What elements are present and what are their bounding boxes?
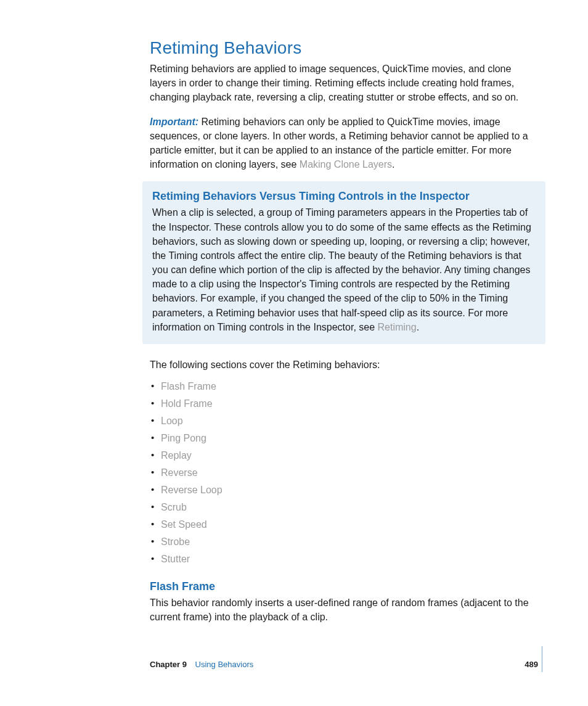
list-item: Ping Pong <box>150 430 538 447</box>
important-label: Important: <box>150 117 198 127</box>
important-paragraph: Important: Retiming behaviors can only b… <box>150 115 538 172</box>
list-item: Reverse <box>150 464 538 482</box>
link-loop[interactable]: Loop <box>161 416 183 426</box>
list-item: Scrub <box>150 499 538 516</box>
page: Retiming Behaviors Retiming behaviors ar… <box>0 0 588 706</box>
link-retiming[interactable]: Retiming <box>378 322 417 332</box>
link-reverse-loop[interactable]: Reverse Loop <box>161 485 223 495</box>
behaviors-list: Flash Frame Hold Frame Loop Ping Pong Re… <box>150 378 538 568</box>
link-ping-pong[interactable]: Ping Pong <box>161 433 206 443</box>
list-item: Flash Frame <box>150 378 538 395</box>
link-making-clone-layers[interactable]: Making Clone Layers <box>300 159 392 170</box>
link-strobe[interactable]: Strobe <box>161 536 190 547</box>
important-text-2: . <box>392 159 394 170</box>
list-item: Stutter <box>150 551 538 568</box>
link-scrub[interactable]: Scrub <box>161 502 187 512</box>
list-item: Replay <box>150 447 538 464</box>
link-set-speed[interactable]: Set Speed <box>161 519 207 530</box>
page-footer: Chapter 9 Using Behaviors 489 <box>150 660 538 669</box>
list-intro: The following sections cover the Retimin… <box>150 358 538 372</box>
footer-left: Chapter 9 Using Behaviors <box>150 660 253 669</box>
link-flash-frame[interactable]: Flash Frame <box>161 381 216 392</box>
list-item: Set Speed <box>150 516 538 533</box>
subsection-title: Flash Frame <box>150 580 538 593</box>
callout-body: When a clip is selected, a group of Timi… <box>152 205 536 334</box>
link-hold-frame[interactable]: Hold Frame <box>161 398 213 409</box>
link-reverse[interactable]: Reverse <box>161 467 198 478</box>
footer-rule <box>542 646 542 672</box>
link-stutter[interactable]: Stutter <box>161 554 190 564</box>
callout-text-2: . <box>417 322 419 332</box>
intro-paragraph: Retiming behaviors are applied to image … <box>150 62 538 105</box>
link-replay[interactable]: Replay <box>161 450 192 461</box>
subsection-body: This behavior randomly inserts a user-de… <box>150 596 538 624</box>
callout-text-1: When a clip is selected, a group of Timi… <box>152 207 531 332</box>
callout-title: Retiming Behaviors Versus Timing Control… <box>152 190 536 203</box>
page-number: 489 <box>525 660 538 669</box>
callout-box: Retiming Behaviors Versus Timing Control… <box>142 181 545 344</box>
section-title: Retiming Behaviors <box>150 38 538 58</box>
list-item: Loop <box>150 413 538 430</box>
chapter-label: Chapter 9 <box>150 660 187 669</box>
content-column: Retiming Behaviors Retiming behaviors ar… <box>150 38 538 634</box>
chapter-name: Using Behaviors <box>195 660 254 669</box>
list-item: Reverse Loop <box>150 482 538 499</box>
list-item: Strobe <box>150 533 538 551</box>
list-item: Hold Frame <box>150 395 538 413</box>
